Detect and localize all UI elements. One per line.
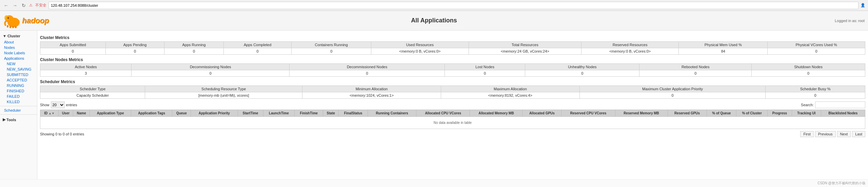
browser-user-icon: 👤 xyxy=(861,3,865,7)
page: hadoop All Applications Logged in as: ro… xyxy=(0,11,868,187)
dt-col-reserved-memory: Reserved Memory MB xyxy=(615,110,668,117)
cm-col-5: Used Resources xyxy=(371,42,469,48)
sidebar-item-about[interactable]: About xyxy=(0,39,37,45)
show-label: Show xyxy=(40,103,50,107)
cm-val-4: 0 xyxy=(292,48,371,55)
sidebar-divider-2 xyxy=(0,114,37,115)
dt-col-pct-queue: % of Queue xyxy=(707,110,736,117)
dt-col-name: Name xyxy=(73,110,90,117)
sidebar-cluster-section[interactable]: ▼ Cluster xyxy=(0,33,37,39)
svg-point-3 xyxy=(7,17,9,19)
dt-col-reserved-cpu: Reserved CPU VCores xyxy=(561,110,615,117)
pagination: Showing 0 to 0 of 0 entries First Previo… xyxy=(40,131,865,137)
svg-rect-5 xyxy=(12,26,14,28)
sidebar-item-node-labels[interactable]: Node Labels xyxy=(0,50,37,56)
hadoop-logo-text: hadoop xyxy=(22,16,49,25)
logo-area: hadoop xyxy=(3,13,49,28)
applications-table: ID ▲▼ User Name Application Type Applica… xyxy=(40,110,865,129)
cm-col-3: Apps Completed xyxy=(223,42,292,48)
sidebar-item-submitted[interactable]: SUBMITTED xyxy=(0,72,37,77)
browser-chrome: ← → ↻ ⚠ 不安全 👤 xyxy=(0,0,868,11)
show-entries-control: Show 20 50 100 entries xyxy=(40,101,77,108)
sm-col-1: Scheduling Resource Type xyxy=(145,86,302,92)
pagination-info: Showing 0 to 0 of 0 entries xyxy=(40,132,799,136)
dt-col-start-time: StartTime xyxy=(238,110,263,117)
cm-col-4: Containers Running xyxy=(292,42,371,48)
sidebar-item-new[interactable]: NEW xyxy=(0,61,37,67)
previous-page-button[interactable]: Previous xyxy=(815,131,836,137)
cm-val-2: 0 xyxy=(164,48,224,55)
cm-val-0: 0 xyxy=(40,48,106,55)
cm-col-2: Apps Running xyxy=(164,42,224,48)
sm-val-3: <memory:8192, vCores:4> xyxy=(441,92,579,99)
url-bar[interactable] xyxy=(48,2,859,9)
cluster-metrics-table: Apps Submitted Apps Pending Apps Running… xyxy=(40,41,865,55)
sort-icon-id: ▲▼ xyxy=(48,112,55,115)
cnm-col-0: Active Nodes xyxy=(40,64,132,70)
search-input[interactable] xyxy=(815,101,865,108)
reload-button[interactable]: ↻ xyxy=(20,2,27,9)
cm-col-9: Physical VCores Used % xyxy=(768,42,865,48)
no-data-message: No data available in table xyxy=(40,117,865,129)
scheduler-metrics-title: Scheduler Metrics xyxy=(40,79,865,84)
cluster-nodes-metrics-title: Cluster Nodes Metrics xyxy=(40,57,865,62)
sm-col-4: Maximum Cluster Application Priority xyxy=(579,86,765,92)
sidebar-item-nodes[interactable]: Nodes xyxy=(0,45,37,50)
sidebar-item-scheduler[interactable]: Scheduler xyxy=(0,108,37,113)
top-bar: hadoop All Applications Logged in as: ro… xyxy=(0,11,868,31)
sm-val-5: 0 xyxy=(766,92,865,99)
dt-col-progress: Progress xyxy=(768,110,792,117)
first-page-button[interactable]: First xyxy=(800,131,813,137)
sidebar-tools-section[interactable]: ▶ Tools xyxy=(0,116,37,123)
back-button[interactable]: ← xyxy=(3,2,9,9)
footer: CSDN @努力不被AI代替的小场 xyxy=(0,179,868,187)
sidebar-item-failed[interactable]: FAILED xyxy=(0,94,37,99)
dt-col-app-tags: Application Tags xyxy=(131,110,172,117)
logged-in-status: Logged in as: root xyxy=(835,19,865,23)
dt-col-reserved-gpus: Reserved GPUs xyxy=(668,110,707,117)
dt-col-tracking-ui: Tracking UI xyxy=(792,110,821,117)
cnm-col-5: Rebooted Nodes xyxy=(639,64,752,70)
cm-col-7: Reserved Resources xyxy=(581,42,679,48)
tools-collapse-icon: ▶ xyxy=(3,117,5,122)
last-page-button[interactable]: Last xyxy=(852,131,865,137)
sm-col-2: Minimum Allocation xyxy=(302,86,441,92)
forward-button[interactable]: → xyxy=(12,2,18,9)
page-title: All Applications xyxy=(411,17,457,24)
cm-val-8: 84 xyxy=(679,48,768,55)
next-page-button[interactable]: Next xyxy=(837,131,851,137)
cnm-val-5: 0 xyxy=(639,70,752,77)
sm-val-2: <memory:1024, vCores:1> xyxy=(302,92,441,99)
dt-col-id[interactable]: ID ▲▼ xyxy=(40,110,59,117)
sidebar-item-running[interactable]: RUNNING xyxy=(0,83,37,88)
sidebar-item-killed[interactable]: KILLED xyxy=(0,99,37,105)
sidebar-item-finished[interactable]: FINISHED xyxy=(0,88,37,94)
dt-col-user: User xyxy=(59,110,73,117)
sidebar: ▼ Cluster About Nodes Node Labels Applic… xyxy=(0,31,37,179)
no-data-row: No data available in table xyxy=(40,117,865,129)
main-content: ▼ Cluster About Nodes Node Labels Applic… xyxy=(0,31,868,179)
sidebar-item-new-saving[interactable]: NEW_SAVING xyxy=(0,67,37,72)
cnm-col-6: Shutdown Nodes xyxy=(752,64,865,70)
cm-val-1: 0 xyxy=(105,48,164,55)
cnm-val-6: 0 xyxy=(752,70,865,77)
entries-select[interactable]: 20 50 100 xyxy=(51,101,65,108)
dt-col-cpu-vcores: Allocated CPU VCores xyxy=(416,110,470,117)
sidebar-item-applications[interactable]: Applications xyxy=(0,56,37,61)
cnm-val-3: 0 xyxy=(445,70,525,77)
cm-col-0: Apps Submitted xyxy=(40,42,106,48)
dt-col-running-containers: Running Containers xyxy=(368,110,416,117)
entries-label: entries xyxy=(66,103,77,107)
search-label: Search: xyxy=(801,103,814,107)
cluster-label: Cluster xyxy=(7,34,20,38)
cnm-col-4: Unhealthy Nodes xyxy=(525,64,639,70)
svg-rect-4 xyxy=(9,26,11,28)
cm-col-8: Physical Mem Used % xyxy=(679,42,768,48)
sidebar-item-accepted[interactable]: ACCEPTED xyxy=(0,77,37,83)
security-warning-text: 不安全 xyxy=(35,3,46,8)
dt-col-blacklisted: Blacklisted Nodes xyxy=(821,110,865,117)
cnm-val-2: 0 xyxy=(290,70,445,77)
dt-col-state: State xyxy=(323,110,339,117)
content-area: Cluster Metrics Apps Submitted Apps Pend… xyxy=(37,31,868,179)
cm-val-5: <memory:0 B, vCores:0> xyxy=(371,48,469,55)
